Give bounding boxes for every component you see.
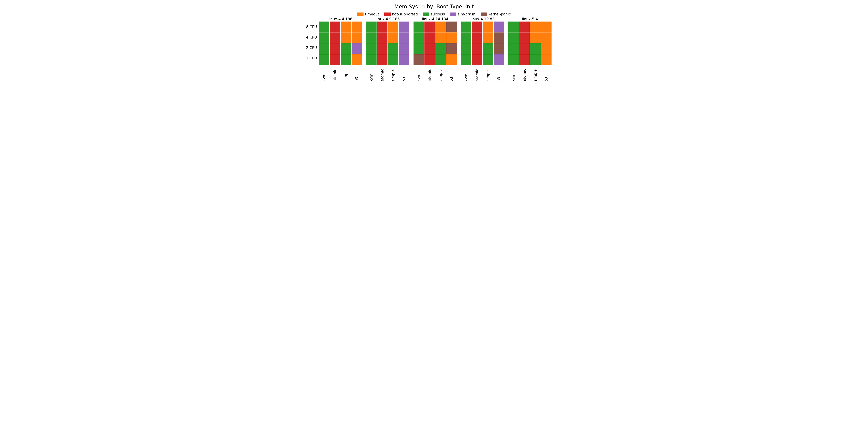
heatmap-cell bbox=[377, 54, 388, 65]
heatmap-cell bbox=[446, 54, 457, 65]
heatmap-cell bbox=[446, 43, 457, 54]
heatmap-cell bbox=[435, 32, 446, 43]
heatmap-cell bbox=[494, 54, 504, 65]
heatmap-cell bbox=[483, 22, 493, 32]
heatmap-cell bbox=[530, 32, 540, 43]
heatmap-cell bbox=[425, 22, 435, 32]
heatmap-cell bbox=[519, 22, 530, 32]
heatmap-cell bbox=[319, 54, 329, 65]
y-tick: 8 CPU bbox=[306, 22, 317, 32]
x-tick: o3 bbox=[446, 66, 457, 82]
heatmap bbox=[461, 22, 504, 65]
x-tick: atomic bbox=[519, 66, 530, 82]
legend-label: not-supported bbox=[392, 12, 418, 16]
x-tick: o3 bbox=[399, 66, 409, 82]
heatmap-cell bbox=[388, 32, 398, 43]
x-tick: simple bbox=[483, 66, 493, 82]
heatmap-cell bbox=[330, 43, 340, 54]
heatmap-cell bbox=[366, 32, 376, 43]
heatmap-cell bbox=[399, 54, 409, 65]
heatmap bbox=[319, 22, 362, 65]
legend-swatch bbox=[384, 12, 391, 16]
heatmap-cell bbox=[483, 32, 493, 43]
heatmap-cell bbox=[341, 43, 351, 54]
legend-item: sim-crash bbox=[450, 12, 475, 16]
heatmap-cell bbox=[541, 32, 552, 43]
heatmap-cell bbox=[530, 43, 540, 54]
heatmap-cell bbox=[541, 22, 552, 32]
x-tick: kvm bbox=[413, 66, 424, 82]
heatmap-cell bbox=[508, 32, 519, 43]
heatmap-cell bbox=[541, 54, 552, 65]
heatmap-cell bbox=[508, 54, 519, 65]
heatmap-cell bbox=[435, 43, 446, 54]
heatmap-cell bbox=[425, 43, 435, 54]
heatmap-cell bbox=[399, 32, 409, 43]
x-tick: o3 bbox=[541, 66, 552, 82]
heatmap-cell bbox=[351, 22, 362, 32]
x-tick-labels: kvmatomicsimpleo3 bbox=[508, 66, 552, 82]
panel: linux-4.19.83kvmatomicsimpleo3 bbox=[461, 17, 504, 82]
y-tick-labels: 8 CPU4 CPU2 CPU1 CPU bbox=[306, 22, 319, 63]
heatmap-cell bbox=[541, 43, 552, 54]
x-tick: atomic bbox=[330, 66, 340, 82]
heatmap-cell bbox=[351, 43, 362, 54]
heatmap-cell bbox=[494, 43, 504, 54]
panel: linux-5.4kvmatomicsimpleo3 bbox=[508, 17, 552, 82]
x-tick: atomic bbox=[425, 66, 435, 82]
heatmap-cell bbox=[319, 32, 329, 43]
x-tick: simple bbox=[530, 66, 540, 82]
heatmap-cell bbox=[413, 32, 424, 43]
panel-title: linux-4.4.186 bbox=[328, 17, 352, 21]
legend-item: kernel-panic bbox=[481, 12, 511, 16]
panels: linux-4.4.186kvmatomicsimpleo3linux-4.9.… bbox=[319, 17, 552, 82]
heatmap-cell bbox=[388, 43, 398, 54]
heatmap-cell bbox=[530, 22, 540, 32]
heatmap bbox=[366, 22, 409, 65]
x-tick: simple bbox=[341, 66, 351, 82]
heatmap-cell bbox=[388, 22, 398, 32]
heatmap-cell bbox=[341, 32, 351, 43]
x-tick: o3 bbox=[351, 66, 362, 82]
panel: linux-4.14.134kvmatomicsimpleo3 bbox=[413, 17, 457, 82]
heatmap-cell bbox=[508, 22, 519, 32]
grid-wrap: 8 CPU4 CPU2 CPU1 CPU linux-4.4.186kvmato… bbox=[306, 17, 562, 82]
heatmap-cell bbox=[494, 22, 504, 32]
x-tick: kvm bbox=[508, 66, 519, 82]
heatmap-cell bbox=[366, 43, 376, 54]
heatmap-cell bbox=[519, 32, 530, 43]
heatmap-cell bbox=[472, 22, 482, 32]
chart-title: Mem Sys: ruby, Boot Type: init bbox=[304, 3, 564, 9]
heatmap-cell bbox=[319, 22, 329, 32]
x-tick: o3 bbox=[494, 66, 504, 82]
legend-swatch bbox=[450, 12, 456, 16]
y-tick: 2 CPU bbox=[306, 42, 317, 53]
heatmap-cell bbox=[461, 54, 471, 65]
heatmap-cell bbox=[366, 54, 376, 65]
panel-title: linux-4.9.186 bbox=[376, 17, 400, 21]
heatmap-cell bbox=[446, 22, 457, 32]
x-tick: kvm bbox=[461, 66, 471, 82]
heatmap-cell bbox=[366, 22, 376, 32]
heatmap-cell bbox=[341, 22, 351, 32]
x-tick-labels: kvmatomicsimpleo3 bbox=[413, 66, 457, 82]
heatmap bbox=[508, 22, 552, 65]
legend-item: success bbox=[423, 12, 445, 16]
plot-area: timeoutnot-supportedsuccesssim-crashkern… bbox=[304, 11, 564, 82]
heatmap-cell bbox=[413, 43, 424, 54]
heatmap-cell bbox=[377, 22, 388, 32]
heatmap-cell bbox=[319, 43, 329, 54]
legend-swatch bbox=[423, 12, 429, 16]
x-tick: simple bbox=[388, 66, 398, 82]
legend-item: timeout bbox=[357, 12, 379, 16]
panel-title: linux-5.4 bbox=[522, 17, 538, 21]
heatmap-cell bbox=[446, 32, 457, 43]
heatmap-cell bbox=[330, 32, 340, 43]
legend-label: sim-crash bbox=[458, 12, 475, 16]
heatmap-cell bbox=[413, 54, 424, 65]
heatmap-cell bbox=[483, 43, 493, 54]
y-tick: 4 CPU bbox=[306, 32, 317, 42]
heatmap-cell bbox=[330, 22, 340, 32]
heatmap-cell bbox=[377, 32, 388, 43]
panel-title: linux-4.19.83 bbox=[470, 17, 494, 21]
